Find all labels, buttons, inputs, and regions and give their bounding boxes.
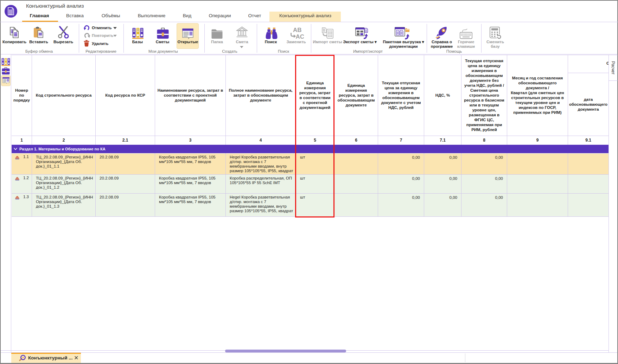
svg-text:AC: AC (296, 33, 304, 40)
svg-text:AB: AB (293, 27, 302, 33)
